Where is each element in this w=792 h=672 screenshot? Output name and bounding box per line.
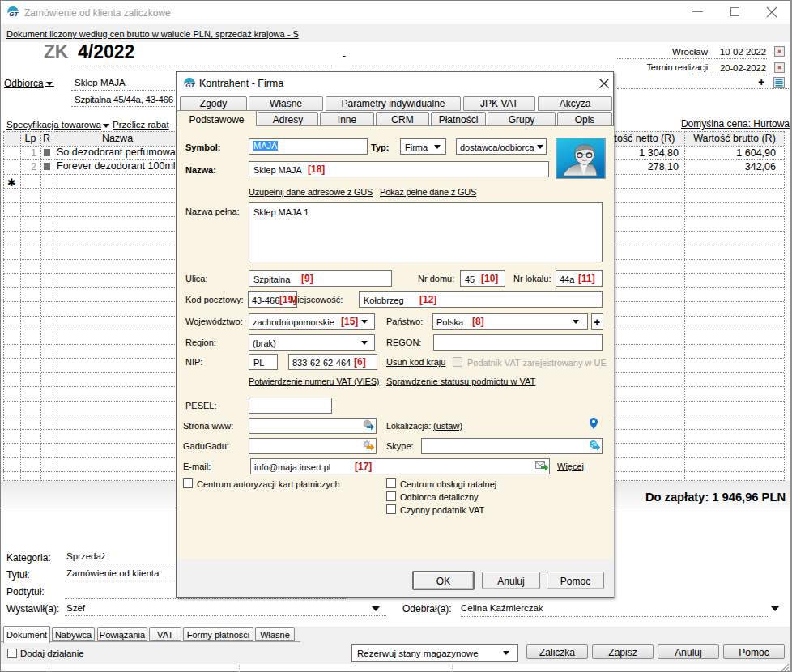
svg-text:GT: GT [185, 82, 195, 89]
svg-text:GT: GT [9, 11, 19, 18]
